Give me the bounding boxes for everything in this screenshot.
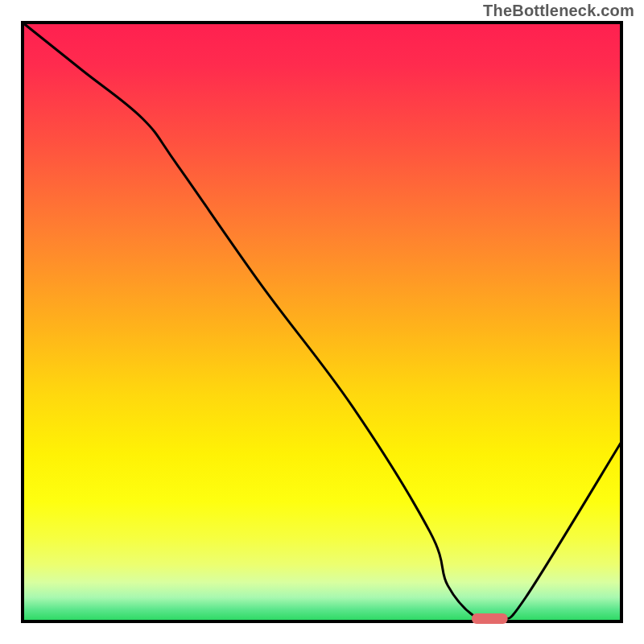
plot-background [23,23,621,621]
optimum-marker [472,613,508,624]
chart-container: TheBottleneck.com [0,0,644,644]
bottleneck-chart [0,0,644,644]
watermark-text: TheBottleneck.com [483,2,634,20]
